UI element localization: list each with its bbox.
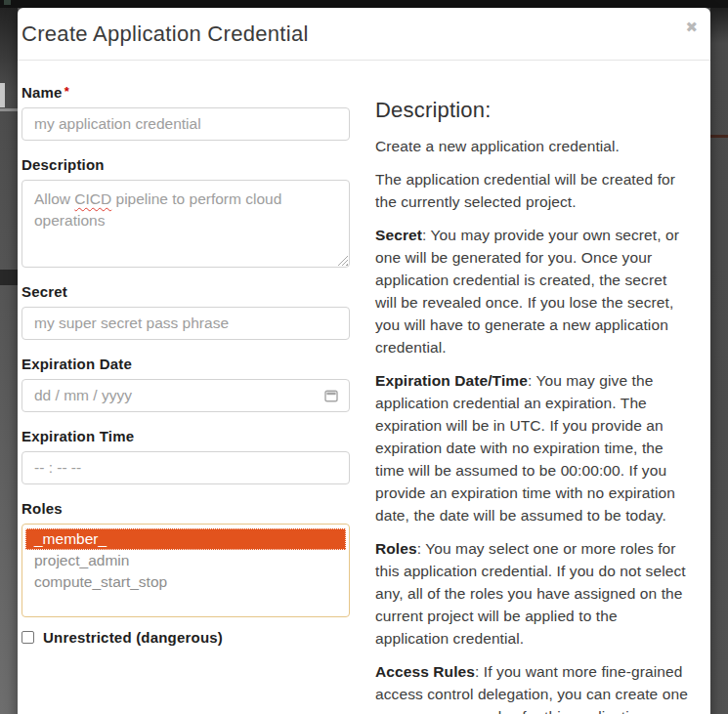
background-page-fragment (0, 270, 18, 285)
role-option-compute_start_stop[interactable]: compute_start_stop (25, 571, 346, 593)
background-page-fragment (4, 0, 11, 5)
help-paragraphs: Create a new application credential.The … (375, 135, 692, 714)
help-panel: Description: Create a new application cr… (375, 84, 692, 714)
expiration-date-field-group: Expiration Date (21, 356, 350, 412)
description-field-group: Description Allow CICD pipeline to perfo… (21, 156, 350, 268)
modal-title: Create Application Credential (21, 21, 309, 47)
calendar-icon[interactable] (323, 388, 339, 403)
expiration-date-label: Expiration Date (21, 356, 350, 372)
expiration-time-label: Expiration Time (21, 428, 350, 444)
close-icon[interactable]: ✖ (685, 21, 698, 35)
modal-body: Name* Description Allow CICD pipeline to… (18, 61, 710, 714)
secret-field-group: Secret (21, 283, 350, 340)
name-label: Name* (21, 84, 350, 101)
description-label: Description (21, 156, 350, 173)
expiration-time-field-group: Expiration Time (21, 428, 350, 484)
modal-header: Create Application Credential ✖ (18, 8, 710, 61)
required-asterisk: * (64, 84, 69, 99)
credential-form: Name* Description Allow CICD pipeline to… (21, 84, 350, 714)
name-label-text: Name (21, 84, 63, 101)
role-option-project_admin[interactable]: project_admin (25, 550, 346, 571)
background-page-fragment (710, 135, 728, 138)
name-input[interactable] (21, 107, 350, 141)
expiration-time-input[interactable] (21, 451, 350, 484)
unrestricted-label: Unrestricted (dangerous) (43, 629, 223, 646)
help-paragraph: Create a new application credential. (375, 135, 692, 157)
help-paragraph: Roles: You may select one or more roles … (375, 537, 692, 650)
background-page-fragment (0, 83, 5, 107)
secret-label: Secret (21, 283, 350, 300)
background-page-fragment (0, 108, 18, 111)
help-paragraph: Secret: You may provide your own secret,… (375, 224, 692, 358)
page-overlay-right (710, 8, 728, 714)
name-field-group: Name* (21, 84, 350, 141)
help-paragraph: Expiration Date/Time: You may give the a… (375, 369, 692, 526)
secret-input[interactable] (21, 307, 350, 340)
help-paragraph: The application credential will be creat… (375, 168, 692, 213)
roles-field-group: Roles _member_project_admincompute_start… (21, 500, 350, 617)
help-paragraph: Access Rules: If you want more fine-grai… (375, 660, 692, 714)
page-overlay-left (0, 8, 18, 714)
expiration-date-input[interactable] (21, 379, 350, 412)
roles-select[interactable]: _member_project_admincompute_start_stop (21, 524, 350, 617)
page-overlay-top (0, 0, 728, 8)
unrestricted-checkbox[interactable] (21, 631, 34, 644)
help-heading: Description: (375, 98, 692, 123)
role-option-_member_[interactable]: _member_ (25, 528, 346, 550)
roles-label: Roles (21, 500, 350, 517)
create-application-credential-modal: Create Application Credential ✖ Name* De… (18, 8, 710, 714)
unrestricted-checkbox-row[interactable]: Unrestricted (dangerous) (21, 629, 350, 646)
description-textarea[interactable] (21, 180, 350, 268)
